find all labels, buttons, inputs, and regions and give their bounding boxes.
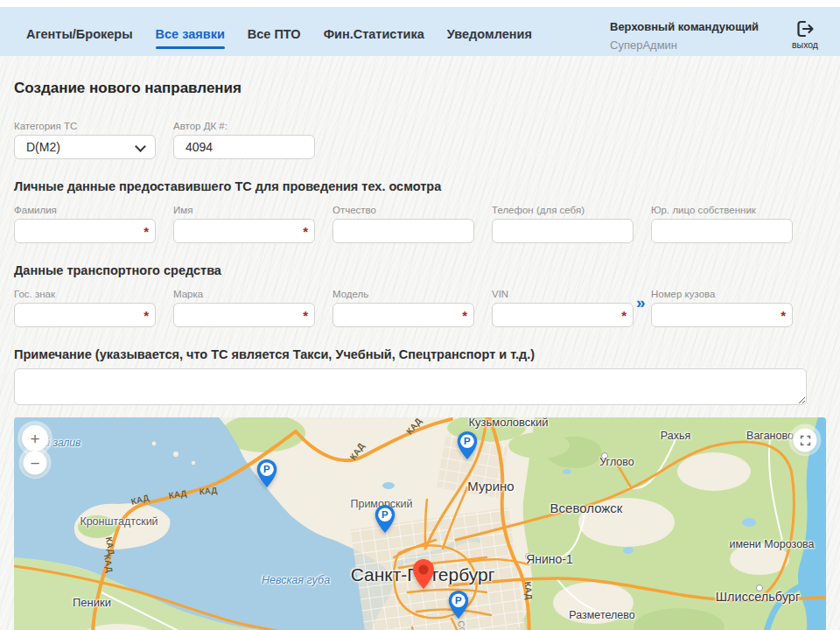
- note-section-title: Примечание (указывается, что ТС является…: [14, 347, 826, 361]
- author-input[interactable]: [173, 135, 315, 159]
- map-zoom-out-button[interactable]: −: [24, 452, 47, 475]
- plus-icon: +: [30, 430, 39, 447]
- map-place-label: Всеволожск: [550, 500, 623, 515]
- map-place-label: Разметелево: [569, 609, 634, 621]
- field-label: VIN: [492, 289, 634, 299]
- active-tab-underline: [26, 46, 133, 49]
- svg-text:P: P: [382, 508, 388, 520]
- field-input[interactable]: [332, 219, 474, 243]
- map-zoom-in-button[interactable]: +: [22, 425, 48, 452]
- map-place-label: Рахья: [661, 430, 690, 442]
- map-road-label: КАД: [199, 486, 218, 497]
- top-strip: [0, 0, 840, 7]
- field-label: Имя: [173, 205, 315, 215]
- active-tab-underline: [447, 46, 532, 49]
- form-field: Юр. лицо собственник: [651, 205, 793, 243]
- main-content: Создание нового направления Категория ТС…: [0, 80, 840, 630]
- user-role: Верховный командующий: [610, 21, 759, 32]
- field-label: Модель: [332, 289, 474, 299]
- author-field: Автор ДК #:: [173, 121, 315, 159]
- form-field: Модель*: [332, 289, 474, 327]
- map-fullscreen-button[interactable]: [794, 429, 817, 452]
- nav-tab-label: Уведомления: [447, 27, 532, 41]
- top-controls-row: Категория ТС D(M2) Автор ДК #:: [14, 121, 826, 159]
- field-input[interactable]: [173, 219, 315, 243]
- field-label: Фамилия: [14, 205, 156, 215]
- nav-tab-3[interactable]: Фин.Статистика: [324, 7, 424, 49]
- map-marker-red[interactable]: [413, 559, 435, 592]
- active-tab-underline: [156, 46, 225, 49]
- form-field: Фамилия*: [14, 205, 156, 243]
- map[interactable]: КузьмоловскийМуриноВсеволожскУгловоРахья…: [14, 417, 826, 630]
- nav-tab-2[interactable]: Все ПТО: [248, 7, 301, 49]
- nav-tab-1[interactable]: Все заявки: [156, 7, 225, 49]
- field-input[interactable]: [332, 303, 474, 327]
- map-road-label: КАД: [523, 581, 535, 600]
- map-place-label: Янино-1: [526, 552, 573, 566]
- map-place-label: Кронштадтский: [80, 515, 158, 528]
- field-input[interactable]: [651, 303, 793, 327]
- map-place-label: Невская губа: [262, 574, 330, 586]
- map-marker-parking[interactable]: P: [257, 459, 277, 491]
- category-field: Категория ТС D(M2): [14, 121, 156, 159]
- field-input[interactable]: [173, 303, 315, 327]
- field-label: Телефон (для себя): [492, 205, 634, 215]
- page-title: Создание нового направления: [14, 80, 826, 97]
- nav-tab-label: Все ПТО: [248, 27, 301, 41]
- map-place-label: Пеники: [73, 596, 111, 609]
- form-field: VIN*: [492, 289, 634, 327]
- active-tab-underline: [248, 46, 301, 49]
- author-label: Автор ДК #:: [173, 121, 315, 131]
- personal-fields-row: Фамилия*Имя*ОтчествоТелефон (для себя)Юр…: [14, 205, 826, 243]
- field-label: Юр. лицо собственник: [651, 205, 793, 215]
- field-input[interactable]: [492, 303, 634, 327]
- nav-tabs: Агенты/БрокерыВсе заявкиВсе ПТОФин.Стати…: [26, 7, 532, 49]
- nav-tab-0[interactable]: Агенты/Брокеры: [26, 7, 133, 49]
- field-label: Отчество: [332, 205, 474, 215]
- map-place-label: Мурино: [467, 479, 514, 494]
- form-field: Отчество: [332, 205, 474, 243]
- category-select[interactable]: D(M2): [14, 135, 156, 159]
- nav-tab-4[interactable]: Уведомления: [447, 7, 532, 49]
- form-field: Имя*: [173, 205, 315, 243]
- map-marker-parking[interactable]: P: [375, 505, 396, 536]
- vehicle-section-title: Данные транспортного средства: [14, 263, 826, 277]
- map-marker-parking[interactable]: P: [449, 591, 469, 622]
- nav-tab-label: Все заявки: [156, 27, 225, 41]
- form-field: Телефон (для себя): [492, 205, 634, 243]
- minus-icon: −: [30, 455, 39, 472]
- fullscreen-icon: [800, 432, 810, 449]
- map-marker-parking[interactable]: P: [458, 431, 478, 463]
- field-input[interactable]: [14, 303, 156, 327]
- field-label: Номер кузова: [651, 289, 793, 299]
- top-navigation-bar: Агенты/БрокерыВсе заявкиВсе ПТОФин.Стати…: [0, 7, 840, 56]
- svg-text:P: P: [263, 463, 270, 474]
- vehicle-fields-row: » Гос. знак*Марка*Модель*VIN*Номер кузов…: [14, 289, 826, 327]
- nav-tab-label: Агенты/Брокеры: [26, 27, 133, 41]
- logout-button[interactable]: выход: [784, 19, 826, 50]
- active-tab-underline: [324, 46, 424, 49]
- svg-text:P: P: [455, 594, 462, 606]
- field-input[interactable]: [651, 219, 793, 243]
- logout-icon: [784, 19, 826, 38]
- field-input[interactable]: [492, 219, 634, 243]
- category-label: Категория ТС: [14, 121, 156, 131]
- field-input[interactable]: [14, 219, 156, 243]
- form-field: Номер кузова*: [651, 289, 793, 327]
- logout-label: выход: [784, 39, 826, 50]
- map-place-label: Шлиссельбург: [716, 590, 800, 604]
- map-place-label: Углово: [599, 456, 634, 468]
- personal-section-title: Личные данные предоставившего ТС для про…: [14, 179, 826, 193]
- svg-text:P: P: [464, 435, 471, 446]
- map-place-label: имени Морозова: [729, 538, 814, 550]
- form-field: Гос. знак*: [14, 289, 156, 327]
- map-place-label: Ваганово: [746, 430, 794, 442]
- user-name: СуперАдмин: [610, 39, 759, 51]
- field-label: Марка: [173, 289, 315, 299]
- user-info: Верховный командующий СуперАдмин: [610, 21, 759, 51]
- nav-tab-label: Фин.Статистика: [324, 27, 424, 41]
- form-field: Марка*: [173, 289, 315, 327]
- note-textarea[interactable]: [14, 368, 807, 405]
- map-place-label: Кузьмоловский: [468, 417, 548, 429]
- field-label: Гос. знак: [14, 289, 156, 299]
